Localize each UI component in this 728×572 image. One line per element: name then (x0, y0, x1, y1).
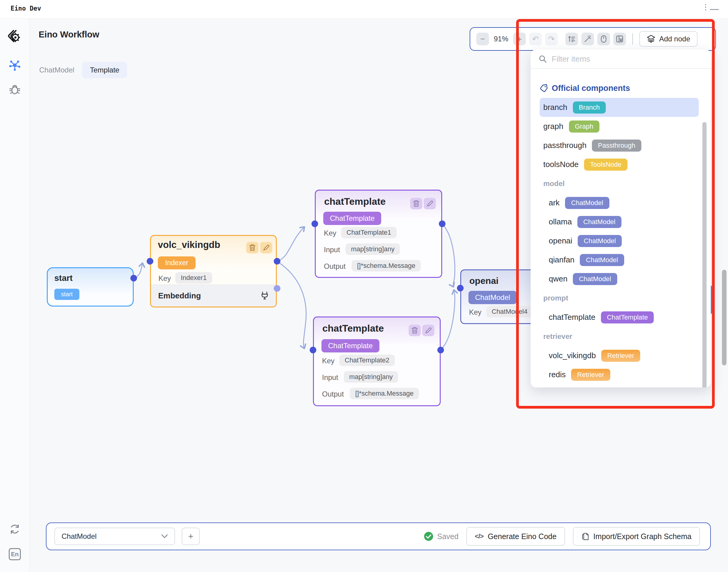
edge-volc-to-chattemplate2[interactable] (277, 262, 306, 348)
node-title: openai (469, 276, 499, 286)
import-export-button[interactable]: Import/Export Graph Schema (573, 527, 700, 546)
debug-icon[interactable] (7, 81, 22, 97)
node-volc-vikingdb[interactable]: volc_vikingdb Indexer Key Indexer1 Embed… (150, 235, 277, 307)
sort-layout-icon (568, 35, 576, 43)
component-type-badge: Graph (569, 121, 599, 133)
plug-icon (261, 291, 269, 300)
key-value: Indexer1 (175, 272, 212, 284)
edge-chattemplate1-to-openai[interactable] (443, 225, 455, 287)
component-item-toolsnode[interactable]: toolsNode ToolsNode (540, 155, 699, 174)
node-chattemplate-2[interactable]: chatTemplate ChatTemplate Key ChatTempla… (313, 316, 441, 406)
window-minimize-icon[interactable] (710, 9, 719, 10)
redo-button[interactable]: ↷ (545, 32, 558, 45)
node-type-badge: ChatTemplate (321, 339, 379, 352)
edge-start-to-volc[interactable] (134, 263, 143, 278)
node-type-badge: Indexer (158, 257, 195, 269)
component-item-redis[interactable]: redis Retriever (540, 365, 699, 384)
language-label: En (9, 548, 21, 560)
add-node-button[interactable]: Add node (639, 31, 698, 47)
component-item-passthrough[interactable]: passthrough Passthrough (540, 136, 699, 155)
toolbar-divider (632, 33, 633, 45)
plus-icon: + (188, 531, 193, 542)
component-name: redis (549, 370, 566, 379)
component-item-ark[interactable]: ark ChatModel (540, 193, 699, 212)
edit-node-button[interactable] (422, 325, 434, 336)
component-type-badge: ChatModel (578, 235, 622, 247)
edit-node-button[interactable] (260, 242, 272, 254)
embedding-slot[interactable]: Embedding (151, 284, 276, 306)
filter-items-input[interactable] (552, 54, 684, 64)
key-label: Key (322, 357, 334, 365)
trash-icon (249, 244, 256, 251)
component-item-qwen[interactable]: qwen ChatModel (540, 269, 699, 288)
node-type-badge: start (54, 289, 79, 300)
component-name: openai (549, 236, 572, 245)
input-value: map[string]any (345, 243, 400, 255)
code-icon: </> (475, 532, 484, 540)
component-name: chatTemplate (549, 312, 595, 322)
mouse-mode-button[interactable] (597, 32, 610, 45)
component-type-badge: ChatModel (573, 273, 617, 285)
component-type-badge: Passthrough (592, 140, 641, 152)
eino-logo-icon (7, 28, 24, 45)
panel-search (531, 50, 711, 69)
canvas-toolbar: − 91% + ↶ ↷ Add node (470, 27, 716, 51)
node-start[interactable]: start start (47, 267, 134, 306)
component-item-volc-vikingdb[interactable]: volc_vikingdb Retriever (540, 346, 699, 365)
node-chattemplate-1[interactable]: chatTemplate ChatTemplate Key ChatTempla… (315, 190, 442, 278)
zoom-in-button[interactable]: + (513, 32, 526, 45)
component-item-branch[interactable]: branch Branch (540, 98, 699, 117)
help-icon[interactable]: ? (7, 571, 22, 572)
footer-bar: ChatModel + Saved </> Generate Eino Code… (46, 522, 711, 550)
tag-icon (540, 84, 548, 92)
component-item-qianfan[interactable]: qianfan ChatModel (540, 251, 699, 269)
language-icon[interactable]: En (7, 547, 22, 562)
tab-template[interactable]: Template (82, 62, 127, 78)
component-name: toolsNode (543, 160, 579, 169)
key-label: Key (324, 229, 336, 237)
delete-node-button[interactable] (410, 198, 422, 209)
workflow-nav-icon[interactable] (7, 57, 22, 72)
panel-scrollbar[interactable] (702, 122, 707, 387)
save-status-label: Saved (437, 532, 459, 541)
edge-chattemplate2-to-openai[interactable] (441, 290, 455, 349)
node-title: volc_vikingdb (158, 239, 220, 251)
refresh-icon[interactable] (7, 521, 22, 537)
delete-node-button[interactable] (246, 242, 258, 254)
node-title: chatTemplate (322, 323, 384, 334)
tab-chatmodel[interactable]: ChatModel (39, 66, 74, 74)
edit-node-button[interactable] (424, 198, 436, 209)
file-copy-icon (581, 532, 589, 541)
trash-icon (413, 200, 419, 207)
key-label: Key (469, 308, 481, 316)
undo-button[interactable]: ↶ (529, 32, 542, 45)
input-label: Input (324, 245, 340, 254)
minimap-button[interactable] (613, 32, 626, 45)
grid-layout-icon (616, 35, 624, 43)
graph-type-select[interactable]: ChatModel (54, 527, 175, 545)
node-type-badge: ChatTemplate (323, 212, 381, 225)
official-components-header: Official components (540, 78, 699, 98)
undo-icon: ↶ (532, 34, 539, 44)
redo-icon: ↷ (548, 34, 555, 44)
generate-code-button[interactable]: </> Generate Eino Code (466, 527, 565, 546)
component-type-badge: ChatModel (577, 216, 622, 228)
auto-layout-button[interactable] (565, 32, 578, 45)
magic-wand-button[interactable] (581, 32, 594, 45)
component-name: qwen (549, 274, 567, 284)
pencil-icon (425, 327, 431, 334)
edge-volc-to-chattemplate1[interactable] (277, 227, 304, 261)
component-item-graph[interactable]: graph Graph (540, 117, 699, 136)
component-item-openai[interactable]: openai ChatModel (540, 231, 699, 251)
component-item-ollama[interactable]: ollama ChatModel (540, 212, 699, 231)
window-scrollbar[interactable] (722, 270, 726, 365)
generate-code-label: Generate Eino Code (488, 532, 557, 541)
mouse-icon (600, 35, 607, 43)
output-label: Output (324, 262, 345, 271)
add-graph-button[interactable]: + (182, 527, 200, 545)
zoom-out-button[interactable]: − (476, 32, 489, 45)
key-label: Key (158, 274, 171, 283)
component-item-chattemplate[interactable]: chatTemplate ChatTemplate (540, 308, 699, 327)
window-menu-icon[interactable]: ⋮ (702, 2, 710, 12)
delete-node-button[interactable] (409, 325, 421, 336)
